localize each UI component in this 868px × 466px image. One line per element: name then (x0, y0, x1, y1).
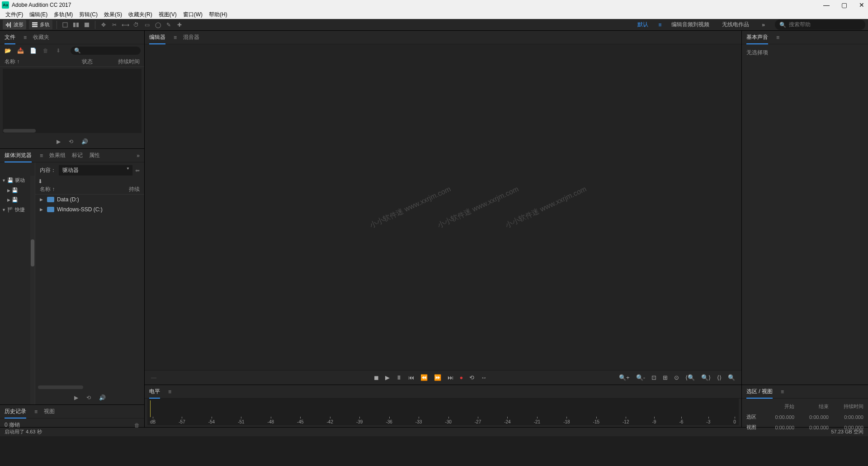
tab-essential-sound[interactable]: 基本声音 (746, 31, 768, 44)
stop-button[interactable]: ◼ (374, 374, 379, 381)
drive-windows[interactable]: ▶ Windows-SSD (C:) (35, 204, 144, 214)
skip-forward-button[interactable]: ⏭ (448, 374, 453, 381)
close-file-icon[interactable]: 🗑 (42, 47, 50, 54)
workspace-edit-audio[interactable]: 编辑音频到视频 (669, 19, 712, 30)
sel-start[interactable]: 0:00.000 (765, 412, 799, 422)
panel-menu-icon[interactable]: ≡ (781, 389, 784, 395)
workspace-default[interactable]: 默认 (635, 19, 651, 30)
brush-icon[interactable]: ✎ (165, 21, 173, 29)
view-start[interactable]: 0:00.000 (765, 422, 799, 433)
panel-menu-icon[interactable]: ≡ (40, 152, 43, 159)
workspace-menu-icon[interactable]: ≡ (658, 22, 661, 28)
rewind-button[interactable]: ⏪ (420, 374, 428, 381)
heal-icon[interactable]: ✚ (175, 21, 184, 29)
skip-back-button[interactable]: ⏮ (408, 374, 414, 381)
tab-history[interactable]: 历史记录 (5, 405, 26, 418)
zoom-out-icon[interactable]: 🔍- (636, 374, 645, 381)
col-status[interactable]: 状态 (82, 58, 93, 66)
razor-tool-icon[interactable]: ✂ (110, 21, 118, 29)
menu-view[interactable]: 视图(V) (156, 10, 179, 19)
col-name[interactable]: 名称 ↑ (40, 185, 55, 193)
panel-menu-icon[interactable]: ≡ (168, 389, 171, 395)
tab-files[interactable]: 文件 (5, 31, 15, 44)
tab-properties[interactable]: 属性 (89, 149, 100, 162)
download-icon[interactable]: ⬇ (35, 178, 144, 185)
menu-multitrack[interactable]: 多轨(M) (51, 10, 75, 19)
minimize-button[interactable]: — (821, 1, 831, 9)
play-button[interactable]: ▶ (385, 374, 390, 381)
menu-edit[interactable]: 编辑(E) (27, 10, 50, 19)
tool-3-icon[interactable] (83, 21, 91, 29)
tab-editor[interactable]: 编辑器 (149, 31, 165, 44)
workspace-more-icon[interactable]: » (759, 20, 768, 29)
tree-shortcuts[interactable]: ▼🏴快捷 (0, 204, 35, 215)
open-file-icon[interactable]: 📂 (4, 47, 12, 54)
menu-effects[interactable]: 效果(S) (101, 10, 125, 19)
panel-menu-icon[interactable]: ≡ (34, 409, 38, 415)
menu-window[interactable]: 窗口(W) (180, 10, 205, 19)
pause-button[interactable]: ⏸ (396, 374, 402, 381)
loop-icon[interactable]: ⟲ (86, 395, 91, 401)
zoom-out-amp-icon[interactable]: 🔍 (728, 374, 735, 381)
drive-data[interactable]: ▶ Data (D:) (35, 195, 144, 204)
zoom-in-amp-icon[interactable]: ⟨⟩ (717, 374, 722, 381)
tab-levels[interactable]: 电平 (149, 385, 160, 398)
panel-menu-icon[interactable]: ≡ (24, 34, 27, 41)
lasso-icon[interactable]: ◯ (154, 21, 162, 29)
menu-file[interactable]: 文件(F) (3, 10, 26, 19)
col-duration[interactable]: 持续时间 (118, 58, 140, 66)
menu-favorites[interactable]: 收藏夹(R) (126, 10, 155, 19)
insert-icon[interactable]: ⬇ (54, 47, 62, 54)
tab-media[interactable]: 媒体浏览器 (5, 149, 32, 162)
forward-button[interactable]: ⏩ (434, 374, 441, 381)
zoom-full-icon[interactable]: ⊡ (651, 374, 656, 381)
panel-menu-icon[interactable]: ≡ (174, 34, 177, 41)
import-icon[interactable]: 📥 (16, 47, 24, 54)
files-search[interactable]: 🔍 (71, 47, 141, 55)
tab-markers[interactable]: 标记 (72, 149, 83, 162)
levels-meter[interactable]: dB-57-54-51-48-45-42-39-36-33-30-27-24-2… (147, 399, 739, 425)
close-button[interactable]: ✕ (857, 1, 866, 9)
back-icon[interactable]: ⬅ (135, 167, 140, 174)
tree-drive-item[interactable]: ▶💾 (0, 195, 35, 204)
menu-clip[interactable]: 剪辑(C) (76, 10, 100, 19)
zoom-out-time-icon[interactable]: 🔍⟩ (701, 374, 711, 381)
trash-icon[interactable]: 🗑 (134, 422, 140, 428)
multitrack-button[interactable]: 多轨 (29, 20, 52, 29)
play-icon[interactable]: ▶ (57, 138, 61, 145)
time-select-icon[interactable]: ⏱ (132, 21, 140, 29)
new-file-icon[interactable]: 📄 (29, 47, 37, 54)
workspace-radio[interactable]: 无线电作品 (719, 19, 752, 30)
autoplay-icon[interactable]: 🔊 (99, 395, 106, 401)
scrollbar-thumb[interactable] (38, 385, 83, 389)
menu-help[interactable]: 帮助(H) (206, 10, 230, 19)
loop-icon[interactable]: ⟲ (69, 138, 73, 145)
tab-selview[interactable]: 选区 / 视图 (746, 385, 773, 398)
maximize-button[interactable]: ▢ (840, 1, 849, 9)
tree-drives[interactable]: ▼💾驱动 (0, 175, 35, 185)
sel-end[interactable]: 0:00.000 (799, 412, 833, 422)
tool-2-icon[interactable] (72, 21, 80, 29)
play-icon[interactable]: ▶ (74, 395, 78, 401)
content-dropdown[interactable]: 驱动器 (59, 165, 132, 176)
skip-select-button[interactable]: ↔ (481, 374, 486, 381)
panel-menu-icon[interactable]: ≡ (776, 34, 779, 41)
record-button[interactable]: ● (460, 374, 463, 381)
zoom-sel-icon[interactable]: ⊞ (663, 374, 668, 381)
editor-area[interactable]: 小小软件迷 www.xxrjm.com 小小软件迷 www.xxrjm.com … (145, 44, 741, 370)
marquee-icon[interactable]: ▭ (143, 21, 151, 29)
loop-button[interactable]: ⟲ (469, 374, 474, 381)
autoplay-icon[interactable]: 🔊 (81, 138, 88, 145)
tree-drive-item[interactable]: ▶💾 (0, 185, 35, 195)
scrollbar-thumb[interactable] (31, 239, 34, 266)
tab-mixer[interactable]: 混音器 (183, 31, 199, 44)
search-help[interactable]: 🔍 搜索帮助 (775, 19, 865, 30)
zoom-in-time-icon[interactable]: ⟨🔍 (685, 374, 695, 381)
more-tabs-icon[interactable]: » (137, 152, 140, 159)
col-duration[interactable]: 持续 (129, 185, 140, 193)
zoom-in-icon[interactable]: 🔍+ (619, 374, 630, 381)
scrollbar-thumb[interactable] (3, 129, 36, 133)
waveform-button[interactable]: 波形 (3, 20, 26, 29)
move-tool-icon[interactable]: ✥ (99, 21, 108, 29)
tab-effects[interactable]: 效果组 (49, 149, 66, 162)
